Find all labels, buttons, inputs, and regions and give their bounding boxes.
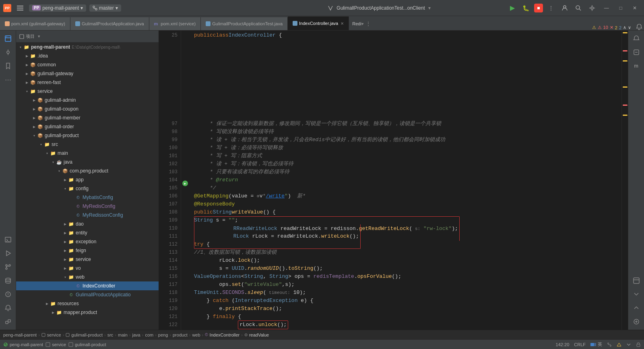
tree-item-resources[interactable]: ▶ 📁 resources — [16, 299, 159, 308]
right-icon-bottom2[interactable] — [630, 288, 643, 301]
right-icon-bottom3[interactable] — [630, 302, 643, 314]
tree-item-main[interactable]: ▾ 📁 main — [16, 149, 159, 158]
more-button[interactable]: ⋮ — [545, 2, 557, 14]
tree-item-myredisconfig[interactable]: © MyRedisConfig — [16, 202, 159, 211]
tree-item-entity[interactable]: ▶ 📁 entity — [16, 228, 159, 237]
database-icon[interactable] — [2, 274, 14, 287]
run-button[interactable]: ▶ — [507, 2, 518, 14]
bc-project[interactable]: peng-mall-parent — [3, 333, 37, 337]
stop-button[interactable]: ■ — [534, 4, 543, 12]
bc-web[interactable]: web — [192, 333, 200, 337]
project-selector[interactable]: PP peng-mall-parent ▾ — [29, 4, 86, 12]
status-line-col[interactable]: 142:20 — [556, 342, 570, 347]
code-area[interactable]: 25 97 98 99 100 101 102 103 104 105 — [159, 31, 628, 330]
tree-item-svc[interactable]: ▶ 📁 service — [16, 255, 159, 264]
tree-item-feign[interactable]: ▶ 📁 feign — [16, 246, 159, 255]
branch-selector[interactable]: master ▾ — [89, 4, 121, 12]
notification-bell[interactable] — [634, 24, 644, 30]
tree-item-mapper[interactable]: ▶ 📁 mapper.product — [16, 308, 159, 317]
git-icon[interactable] — [2, 261, 14, 273]
status-charset[interactable]: 英 — [590, 341, 602, 347]
tree-item-app[interactable]: ▶ 📁 app — [16, 175, 159, 184]
run-debug-icon[interactable] — [2, 247, 14, 260]
tree-item-coupon[interactable]: ▶ 📦 gulimall-coupon — [16, 105, 159, 113]
tree-item-product[interactable]: ▾ 📦 gulimall-product — [16, 131, 159, 140]
bc-java[interactable]: java — [132, 333, 140, 337]
status-extra[interactable] — [626, 342, 631, 347]
status-lock[interactable] — [636, 342, 641, 347]
bc-peng[interactable]: peng — [158, 333, 168, 337]
tree-item-order[interactable]: ▶ 📦 gulimall-order — [16, 122, 159, 131]
bc-main[interactable]: main — [118, 333, 128, 337]
bc-indexcontroller[interactable]: IndexController — [210, 333, 240, 337]
status-gulimall-product[interactable]: gulimall-product — [68, 342, 106, 347]
run-gutter-icon[interactable]: ▶ — [182, 181, 188, 186]
code-content[interactable]: public class IndexController { * 保证一定能读到… — [189, 31, 621, 330]
tree-item-root[interactable]: ▾ 📁 peng-mall-parent E:\Data\gitCode\pen… — [16, 43, 159, 51]
hamburger-menu[interactable] — [14, 2, 26, 14]
tree-item-service[interactable]: ▾ 📁 service — [16, 87, 159, 96]
bc-gulimall-product[interactable]: gulimall-product — [71, 333, 103, 337]
maximize-button[interactable]: □ — [615, 2, 626, 14]
tree-item-compeng[interactable]: ▾ 📦 com.peng.product — [16, 166, 159, 175]
tree-item-src[interactable]: ▾ 📁 src — [16, 140, 159, 149]
right-icon-bottom1[interactable] — [630, 274, 643, 287]
terminal-icon[interactable] — [2, 233, 14, 246]
tree-item-config[interactable]: ▾ 📁 config — [16, 184, 159, 193]
search-button[interactable] — [573, 2, 584, 14]
bc-product[interactable]: product — [173, 333, 188, 337]
tree-item-dao[interactable]: ▶ 📁 dao — [16, 220, 159, 228]
issues-icon[interactable] — [2, 288, 14, 301]
tree-item-java[interactable]: ▾ ☕ java — [16, 158, 159, 166]
tree-item-mybatisconfig[interactable]: © MybatisConfig — [16, 193, 159, 202]
maven-icon[interactable]: m — [630, 60, 643, 72]
tree-item-gulimallapp[interactable]: © GulimallProductApplicatio — [16, 290, 159, 299]
up-arrow[interactable]: ∧ — [623, 25, 626, 30]
notifications-right-icon[interactable] — [630, 32, 643, 45]
right-icon-bottom4[interactable] — [630, 315, 643, 328]
bookmark-icon[interactable] — [2, 60, 14, 72]
project-icon[interactable] — [2, 32, 14, 45]
debug-button[interactable]: 🐛 — [520, 2, 532, 14]
tree-item-admin[interactable]: ▶ 📦 gulimall-admin — [16, 96, 159, 105]
status-service[interactable]: service — [45, 342, 66, 347]
bc-com[interactable]: com — [145, 333, 153, 337]
settings-button[interactable] — [586, 2, 598, 14]
tab-more-button[interactable]: Redi ▾ ⋮ — [349, 17, 374, 30]
tree-item-gateway[interactable]: ▶ 📦 gulimall-gateway — [16, 69, 159, 78]
tree-item-exception[interactable]: ▶ 📁 exception — [16, 237, 159, 246]
bc-service[interactable]: service — [47, 333, 61, 337]
tree-item-renren[interactable]: ▶ 📦 renren-fast — [16, 78, 159, 87]
notifications-icon[interactable] — [2, 302, 14, 314]
tab-index-controller[interactable]: IndexController.java ✕ — [288, 16, 349, 30]
close-button[interactable]: ✕ — [629, 2, 641, 14]
tree-item-web[interactable]: ▾ 📁 web — [16, 273, 159, 281]
tab-close-icon[interactable]: ✕ — [341, 21, 344, 26]
file-tree-body[interactable]: ▾ 📁 peng-mall-parent E:\Data\gitCode\pen… — [16, 43, 159, 330]
gutter-108[interactable]: ▶ — [181, 180, 189, 187]
folder-icon: 📁 — [23, 44, 30, 50]
more-tools-icon[interactable]: ⋯ — [2, 73, 14, 86]
bc-readvalue[interactable]: readValue — [249, 333, 269, 337]
minimize-button[interactable]: — — [600, 2, 613, 14]
tree-item-vo[interactable]: ▶ 📁 vo — [16, 264, 159, 273]
status-project[interactable]: peng-mall-parent — [3, 342, 43, 347]
tab-pom-service[interactable]: m pom.xml (service) — [149, 17, 201, 30]
tab-gulimall-test[interactable]: GulimallProductApplicationTest.java — [201, 17, 288, 30]
profile-button[interactable] — [559, 2, 570, 14]
tree-item-member[interactable]: ▶ 📦 gulimall-member — [16, 113, 159, 122]
status-git[interactable] — [607, 342, 612, 347]
tree-item-common[interactable]: ▶ 📦 common — [16, 60, 159, 69]
down-arrow[interactable]: ∨ — [628, 25, 631, 30]
tree-item-myredissonconfig[interactable]: © MyRedissonConfig — [16, 211, 159, 220]
gradle-icon[interactable] — [630, 46, 643, 59]
tab-gulimall-product-app[interactable]: GulimallProductApplication.java — [70, 17, 149, 30]
tree-item-idea[interactable]: ▶ 📁 .idea — [16, 51, 159, 60]
commit-icon[interactable] — [2, 46, 14, 59]
tree-item-indexcontroller[interactable]: © IndexController — [16, 281, 159, 290]
plugins-icon[interactable] — [2, 315, 14, 328]
tab-pom-gateway[interactable]: pom.xml (gulimall-gateway) — [0, 17, 70, 30]
status-notifications[interactable] — [617, 342, 621, 347]
status-crlf[interactable]: CRLF — [574, 342, 586, 347]
bc-src[interactable]: src — [107, 333, 114, 337]
